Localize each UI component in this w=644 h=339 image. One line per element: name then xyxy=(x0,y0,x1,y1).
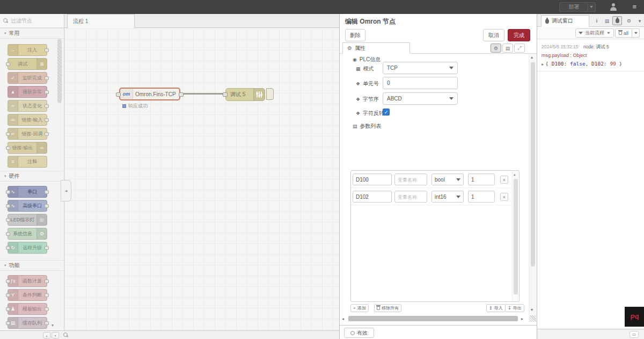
unit-input[interactable] xyxy=(383,77,458,89)
palette-collapse-handle[interactable]: ◂ xyxy=(61,180,71,201)
palette-node-template[interactable]: ♟ 模板输出 xyxy=(8,303,47,315)
scroll-down-icon[interactable]: ▾ xyxy=(531,307,533,312)
scroll-up-button[interactable]: ▴ xyxy=(43,332,50,338)
menu-icon[interactable]: ≡ xyxy=(632,3,636,11)
palette-node-queue[interactable]: ▤ 缓存队列 xyxy=(8,317,47,329)
help-tab-button[interactable]: ▤ xyxy=(602,16,612,25)
tab-debug-window[interactable]: 调试窗口 xyxy=(541,15,589,27)
tray-vertical-scrollbar[interactable]: ▴ ▾ xyxy=(529,54,536,315)
param-type-select[interactable]: bool xyxy=(431,174,464,185)
param-address-input[interactable] xyxy=(353,191,392,203)
deploy-button[interactable]: 部署 xyxy=(559,2,596,12)
palette-search-placeholder: 过滤节点 xyxy=(11,17,32,25)
scroll-left-icon[interactable]: ◂ xyxy=(342,316,344,321)
flow-wire[interactable] xyxy=(182,93,224,95)
palette-category-function[interactable]: ▾ 功能 xyxy=(0,260,64,271)
param-address-input[interactable] xyxy=(353,174,392,185)
open-window-button[interactable]: ▭ xyxy=(630,331,639,338)
delete-button[interactable]: 删除 xyxy=(345,29,365,41)
tag-icon: ❖ xyxy=(356,97,360,102)
byte-order-select[interactable]: ABCD xyxy=(383,92,458,105)
scrollbar-thumb[interactable] xyxy=(531,62,535,266)
mode-select[interactable]: TCP xyxy=(383,62,458,74)
node-output-port[interactable] xyxy=(179,92,184,97)
node-enabled-toggle[interactable]: 有效 xyxy=(344,328,374,338)
palette-node-link-in[interactable]: ∞ 链接-输入 xyxy=(8,114,47,126)
palette-node-function[interactable]: ƒx 函数计算 xyxy=(8,275,47,287)
palette-node-switch[interactable]: Y 条件判断 xyxy=(8,289,47,301)
palette-node-system-info[interactable]: ⚙ 系统信息 xyxy=(8,228,47,240)
payload-json[interactable]: ▶{ D100: false, D102: 99 } xyxy=(541,61,640,67)
debug-filter-bar: 当前流程 all xyxy=(537,27,644,39)
tray-horizontal-scrollbar[interactable]: ◂ ▸ xyxy=(340,315,528,322)
description-button[interactable]: ▤ xyxy=(502,44,513,53)
palette-node-link-out[interactable]: ∞ 链接-输出 xyxy=(8,142,47,154)
scrollbar-thumb[interactable] xyxy=(514,179,518,294)
scroll-right-icon[interactable]: ▸ xyxy=(521,316,523,321)
export-button[interactable]: ↧ 导出 xyxy=(505,304,524,312)
palette-node-remote-upgrade[interactable]: ↻ 远程升级 xyxy=(8,242,47,254)
palette-node-inject[interactable]: → 注入 xyxy=(8,44,47,56)
scroll-up-icon[interactable]: ▴ xyxy=(531,55,533,60)
char-reverse-checkbox[interactable]: ✓ xyxy=(383,109,390,116)
add-param-button[interactable]: + 添加 xyxy=(350,304,369,312)
clear-options-button[interactable] xyxy=(632,28,640,38)
param-count-input[interactable] xyxy=(468,191,495,203)
canvas-grid[interactable]: om Omron.Fins-TCP 响应成功 调试 5 ◂ ◂ xyxy=(64,28,339,330)
debug-5-node[interactable]: 调试 5 xyxy=(225,88,265,101)
param-name-input[interactable] xyxy=(394,174,427,185)
clear-messages-button[interactable]: all xyxy=(615,28,632,38)
chevron-down-icon: ▾ xyxy=(639,18,641,24)
palette-node-advanced-serial[interactable]: ∿ 高级串口 xyxy=(8,200,47,212)
scroll-down-button[interactable]: ▾ xyxy=(52,332,59,338)
node-port xyxy=(45,48,49,52)
info-tab-button[interactable]: i xyxy=(592,16,602,25)
import-button[interactable]: ↥ 导入 xyxy=(486,304,506,312)
param-type-select[interactable]: int16 xyxy=(431,191,464,203)
scrollbar-thumb[interactable] xyxy=(348,316,518,321)
omron-fins-tcp-node[interactable]: om Omron.Fins-TCP xyxy=(119,88,180,100)
debug-enable-toggle[interactable] xyxy=(266,88,274,100)
node-settings-button[interactable]: ⚙ xyxy=(491,44,501,53)
zoom-search-icon[interactable] xyxy=(63,333,68,337)
remove-all-button[interactable]: 移除所有 xyxy=(374,304,401,312)
palette-node-complete[interactable]: ✓ 监听完成 xyxy=(8,72,47,84)
config-tab-button[interactable]: ⚙ xyxy=(624,16,634,25)
node-port xyxy=(45,204,49,208)
node-input-port[interactable] xyxy=(116,92,121,97)
expand-dialog-button[interactable]: ⤢ xyxy=(514,44,525,53)
palette-node-comment[interactable]: ≡ 注释 xyxy=(8,156,47,168)
remove-param-button[interactable]: × xyxy=(500,193,508,201)
node-input-port[interactable] xyxy=(223,92,228,97)
param-list-scrollbar[interactable]: ▴ xyxy=(512,171,518,301)
param-name-input[interactable] xyxy=(394,191,427,203)
filter-button[interactable]: 当前流程 xyxy=(575,28,614,38)
palette-scrollbar[interactable] xyxy=(57,39,62,103)
palette-search[interactable]: 过滤节点 xyxy=(0,14,64,28)
scroll-up-icon[interactable]: ▴ xyxy=(514,172,516,177)
tab-flow-1[interactable]: 流程 1 xyxy=(67,14,135,28)
palette-category-hardware[interactable]: ▾ 硬件 xyxy=(0,171,64,182)
remove-param-button[interactable]: × xyxy=(500,176,508,184)
node-port xyxy=(45,76,49,80)
chevron-down-icon[interactable]: ▾ xyxy=(52,323,54,328)
done-button[interactable]: 完成 xyxy=(508,29,530,41)
resize-grip[interactable] xyxy=(529,315,536,322)
expand-caret-icon[interactable]: ▶ xyxy=(541,62,544,67)
palette-node-link-call[interactable]: ∞ 链接-回调 xyxy=(8,128,47,140)
palette-node-status[interactable]: ≈ 状态变化 xyxy=(8,100,47,112)
palette-node-serial[interactable]: ∿ 串口 xyxy=(8,186,47,198)
sidebar-menu-button[interactable]: ▾ xyxy=(635,16,644,25)
palette-node-catch[interactable]: ▲ 捕获异常 xyxy=(8,86,47,98)
user-icon[interactable] xyxy=(610,3,617,11)
floating-badge[interactable]: Pq xyxy=(625,307,644,327)
palette-node-debug[interactable]: ≣ 调试 xyxy=(8,58,47,70)
tab-properties[interactable]: ⚙ 属性 xyxy=(342,42,410,54)
param-count-input[interactable] xyxy=(468,174,495,185)
palette-node-led[interactable]: ◎ LED指示灯 xyxy=(8,214,47,226)
palette-category-common[interactable]: ▾ 常用 xyxy=(0,28,64,39)
debug-message[interactable]: 2024/5/6 15:32:15 node: 调试 5 msg.payload… xyxy=(537,41,644,71)
cancel-button[interactable]: 取消 xyxy=(483,29,504,41)
chevron-down-icon[interactable] xyxy=(590,6,593,8)
debug-tab-button[interactable] xyxy=(612,16,622,25)
